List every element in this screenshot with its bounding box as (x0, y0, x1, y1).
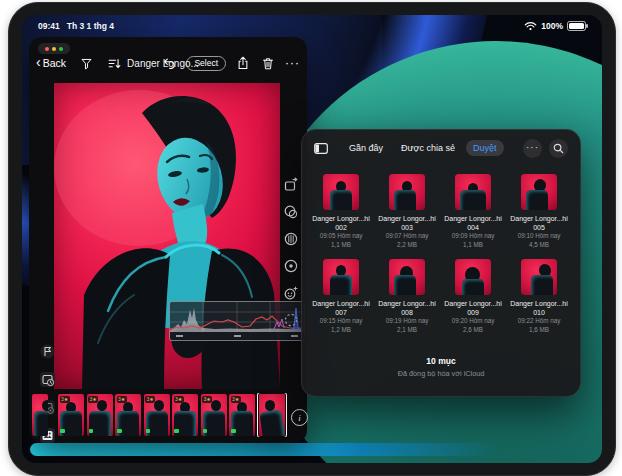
share-icon[interactable] (235, 55, 251, 71)
filmstrip-thumb[interactable]: 3★ (229, 394, 255, 436)
file-size: 1,2 MB (309, 326, 373, 335)
file-name: Danger Longor...hi 003 (375, 214, 439, 232)
filmstrip-thumb[interactable]: 3★ (201, 394, 227, 436)
rating-badge: 3★ (145, 396, 155, 403)
rating-badge: 3★ (117, 396, 127, 403)
sidebar-toggle-icon[interactable] (314, 143, 328, 154)
crop-rotate-icon[interactable] (283, 177, 299, 193)
file-time: 09:07 Hôm nay (375, 232, 439, 241)
edited-indicator (203, 429, 208, 434)
file-item[interactable]: Danger Longor...hi 005 09:10 Hôm nay 4,5… (507, 174, 571, 249)
filters-icon[interactable] (283, 204, 299, 220)
filmstrip-thumb[interactable]: 3★ (58, 394, 84, 436)
file-size: 2,2 MB (375, 241, 439, 250)
photo-canvas[interactable] (54, 83, 280, 389)
file-size: 1,1 MB (441, 241, 505, 250)
window-zoom-dot (59, 47, 63, 51)
file-thumbnail (323, 259, 359, 295)
wifi-icon (524, 21, 537, 31)
file-size: 1,1 MB (309, 241, 373, 250)
edit-tools-rail (283, 177, 299, 328)
edited-indicator (60, 429, 65, 434)
more-icon[interactable]: ··· (285, 59, 300, 67)
tab-shared[interactable]: Được chia sẻ (394, 140, 462, 156)
file-item[interactable]: Danger Longor...hi 007 09:15 Hôm nay 1,2… (309, 259, 373, 334)
filmstrip-thumb-selected[interactable] (259, 394, 285, 436)
file-time: 09:09 Hôm nay (441, 232, 505, 241)
histogram-tick-labels (170, 332, 304, 340)
file-item[interactable]: Danger Longor...hi 009 09:20 Hôm nay 2,6… (441, 259, 505, 334)
file-name: Danger Longor...hi 005 (507, 214, 571, 232)
photo-editor-window: ‹ Back Danger Longo... Select (29, 37, 307, 443)
vignette-icon[interactable] (283, 258, 299, 274)
file-item[interactable]: Danger Longor...hi 010 09:22 Hôm nay 1,6… (507, 259, 571, 334)
info-button[interactable]: i (291, 409, 308, 426)
editor-toolbar: ‹ Back Danger Longo... Select (29, 52, 307, 74)
battery-icon (567, 21, 586, 31)
mask-icon[interactable] (283, 312, 299, 328)
file-thumbnail (389, 259, 425, 295)
window-minimize-dot (52, 47, 56, 51)
files-tabs: Gần đây Được chia sẻ Duyệt (342, 140, 504, 156)
file-thumbnail (455, 259, 491, 295)
file-thumbnail (455, 174, 491, 210)
rating-badge: 3★ (88, 396, 98, 403)
file-time: 09:19 Hôm nay (375, 317, 439, 326)
filmstrip-thumb[interactable]: 3★ (115, 394, 141, 436)
retouch-icon[interactable] (283, 285, 299, 301)
edited-indicator (117, 429, 122, 434)
sync-status: Đã đồng bộ hóa với iCloud (302, 369, 580, 378)
search-button[interactable] (549, 139, 568, 158)
file-name: Danger Longor...hi 008 (375, 299, 439, 317)
file-item[interactable]: Danger Longor...hi 004 09:09 Hôm nay 1,1… (441, 174, 505, 249)
item-count: 10 mục (302, 356, 580, 366)
back-button[interactable]: ‹ Back (36, 57, 66, 69)
sort-icon[interactable] (106, 55, 122, 71)
files-window: Gần đây Được chia sẻ Duyệt ··· (301, 129, 581, 397)
edited-indicator (146, 429, 151, 434)
chevron-left-icon: ‹ (36, 57, 41, 67)
wallpaper-cyan-glow (30, 443, 500, 456)
filmstrip-thumb[interactable]: 3★ (144, 394, 170, 436)
file-item[interactable]: Danger Longor...hi 008 09:19 Hôm nay 2,1… (375, 259, 439, 334)
file-item[interactable]: Danger Longor...hi 002 09:05 Hôm nay 1,1… (309, 174, 373, 249)
filmstrip[interactable]: 3★ 3★ 3★ 3★ 3★ 3★ 3★ (29, 393, 307, 437)
filmstrip-thumb[interactable]: 3★ (87, 394, 113, 436)
edited-indicator (89, 429, 94, 434)
file-size: 2,6 MB (441, 326, 505, 335)
filmstrip-thumb[interactable] (32, 394, 48, 436)
history-icon[interactable] (39, 371, 56, 388)
filmstrip-thumb[interactable]: 3★ (172, 394, 198, 436)
filter-icon[interactable] (78, 55, 94, 71)
file-thumbnail (521, 174, 557, 210)
screenshot-canvas: 09:41 Th 3 1 thg 4 100% (0, 0, 622, 476)
edited-indicator (231, 429, 236, 434)
rating-badge: 3★ (174, 396, 184, 403)
window-close-dot (45, 47, 49, 51)
file-thumbnail (389, 174, 425, 210)
file-name: Danger Longor...hi 009 (441, 299, 505, 317)
file-item[interactable]: Danger Longor...hi 003 09:07 Hôm nay 2,2… (375, 174, 439, 249)
tab-browse[interactable]: Duyệt (466, 140, 504, 156)
file-thumbnail (323, 174, 359, 210)
tab-recent[interactable]: Gần đây (342, 140, 390, 156)
status-date: Th 3 1 thg 4 (67, 21, 114, 31)
adjust-icon[interactable] (283, 231, 299, 247)
edited-indicator (174, 429, 179, 434)
trash-icon[interactable] (260, 55, 276, 71)
status-time: 09:41 (38, 21, 60, 31)
files-header: Gần đây Được chia sẻ Duyệt ··· (302, 130, 580, 166)
file-size: 1,6 MB (507, 326, 571, 335)
document-title: Danger Longo... (127, 58, 199, 69)
status-bar: 09:41 Th 3 1 thg 4 100% (22, 18, 602, 34)
ipad-screen: 09:41 Th 3 1 thg 4 100% (22, 15, 602, 463)
file-name: Danger Longor...hi 007 (309, 299, 373, 317)
file-time: 09:20 Hôm nay (441, 317, 505, 326)
rating-badge: 3★ (60, 396, 70, 403)
more-options-button[interactable]: ··· (523, 139, 542, 158)
files-footer: 10 mục Đã đồng bộ hóa với iCloud (302, 356, 580, 378)
file-name: Danger Longor...hi 002 (309, 214, 373, 232)
rating-badge: 3★ (202, 396, 212, 403)
flag-rate-icon[interactable] (39, 343, 56, 360)
file-size: 4,5 MB (507, 241, 571, 250)
